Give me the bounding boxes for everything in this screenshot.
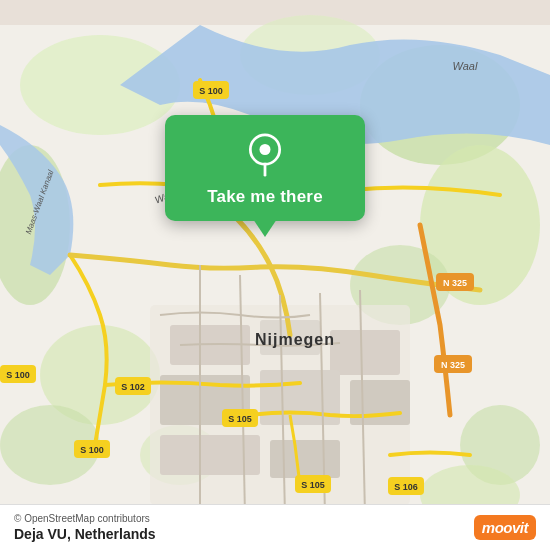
map-popup[interactable]: Take me there <box>165 115 365 221</box>
svg-text:S 100: S 100 <box>80 445 104 455</box>
svg-text:N 325: N 325 <box>443 278 467 288</box>
svg-rect-18 <box>350 380 410 425</box>
osm-credit: © OpenStreetMap contributors <box>14 513 156 524</box>
location-name: Deja VU, Netherlands <box>14 526 156 542</box>
svg-text:S 105: S 105 <box>301 480 325 490</box>
svg-rect-20 <box>270 440 340 478</box>
svg-text:N 325: N 325 <box>441 360 465 370</box>
moovit-logo-box: moovit <box>474 515 536 540</box>
map-container: S 100 Waal Waal Maas-Waal Kanaal S 100 S… <box>0 0 550 550</box>
svg-point-44 <box>260 144 271 155</box>
svg-text:S 105: S 105 <box>228 414 252 424</box>
svg-text:Waal: Waal <box>453 60 478 72</box>
svg-rect-15 <box>330 330 400 375</box>
take-me-there-button[interactable]: Take me there <box>207 187 323 207</box>
location-pin-icon <box>243 133 287 177</box>
svg-text:S 100: S 100 <box>199 86 223 96</box>
moovit-logo-text: moovit <box>482 519 528 536</box>
svg-text:S 100: S 100 <box>6 370 30 380</box>
info-bar: © OpenStreetMap contributors Deja VU, Ne… <box>0 504 550 550</box>
svg-text:S 106: S 106 <box>394 482 418 492</box>
moovit-logo: moovit <box>474 515 536 540</box>
info-left: © OpenStreetMap contributors Deja VU, Ne… <box>14 513 156 542</box>
map-background: S 100 Waal Waal Maas-Waal Kanaal S 100 S… <box>0 0 550 550</box>
svg-text:S 102: S 102 <box>121 382 145 392</box>
svg-text:Nijmegen: Nijmegen <box>255 331 335 348</box>
